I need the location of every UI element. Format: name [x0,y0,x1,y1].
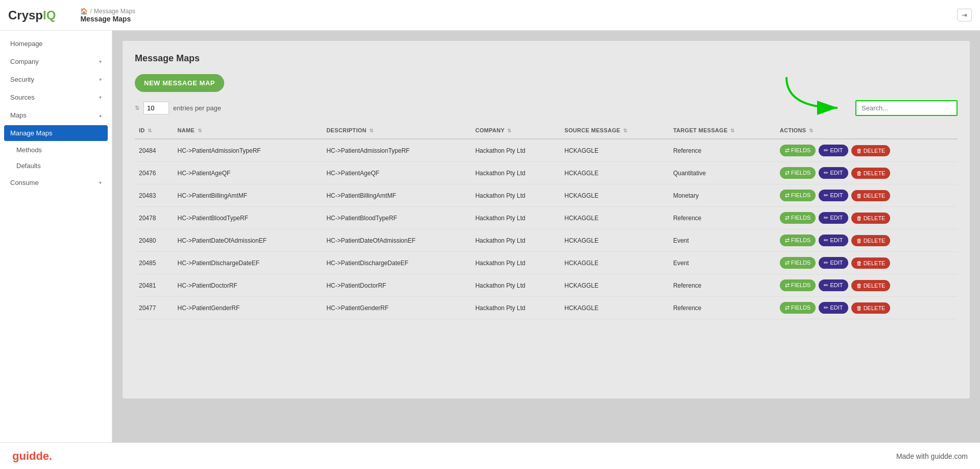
sidebar-sub-item-label: Manage Maps [10,129,52,137]
edit-button[interactable]: ✏ EDIT [819,212,848,224]
cell-actions: ⇄ FIELDS ✏ EDIT 🗑 DELETE [776,274,958,297]
cell-description: HC->PatientAdmissionTypeRF [322,139,471,162]
sidebar-item-homepage[interactable]: Homepage [0,35,112,53]
sidebar-item-label: Maps [10,111,27,119]
sort-icon[interactable]: ⇅ [198,128,202,133]
sort-icon[interactable]: ⇅ [507,128,511,133]
content-area: Message Maps NEW MESSAGE MAP ⇅ entries p… [112,31,980,442]
edit-button[interactable]: ✏ EDIT [819,190,848,201]
search-input[interactable] [855,100,958,116]
cell-description: HC->PatientDateOfAdmissionEF [322,229,471,252]
fields-button[interactable]: ⇄ FIELDS [780,302,816,314]
sidebar-item-security[interactable]: Security ▾ [0,71,112,88]
cell-description: HC->PatientDischargeDateEF [322,252,471,274]
sidebar-sub-item-label: Methods [16,146,42,154]
cell-company: Hackathon Pty Ltd [471,162,561,184]
delete-button[interactable]: 🗑 DELETE [851,302,891,314]
entries-per-page-input[interactable] [144,102,169,114]
logout-button[interactable]: ⇥ [957,9,972,21]
cell-id: 20485 [135,252,174,274]
cell-source-message: HCKAGGLE [560,162,669,184]
cell-actions: ⇄ FIELDS ✏ EDIT 🗑 DELETE [776,252,958,274]
cell-actions: ⇄ FIELDS ✏ EDIT 🗑 DELETE [776,162,958,184]
cell-source-message: HCKAGGLE [560,252,669,274]
cell-id: 20478 [135,207,174,229]
cell-target-message: Monetary [669,184,776,207]
sort-icon[interactable]: ⇅ [809,128,813,133]
breadcrumb-parent: Message Maps [94,8,135,15]
cell-name: HC->PatientDateOfAdmissionEF [174,229,323,252]
sidebar: Homepage Company ▾ Security ▾ Sources ▾ … [0,31,112,442]
cell-source-message: HCKAGGLE [560,207,669,229]
cell-target-message: Reference [669,139,776,162]
sidebar-item-sources[interactable]: Sources ▾ [0,88,112,106]
sidebar-item-label: Sources [10,93,35,101]
sort-icon[interactable]: ⇅ [730,128,734,133]
cell-target-message: Reference [669,274,776,297]
cell-id: 20484 [135,139,174,162]
sidebar-item-maps[interactable]: Maps ▴ [0,106,112,124]
table-row: 20484 HC->PatientAdmissionTypeRF HC->Pat… [135,139,958,162]
delete-button[interactable]: 🗑 DELETE [851,257,891,269]
fields-button[interactable]: ⇄ FIELDS [780,145,816,156]
sort-icon[interactable]: ⇅ [369,128,373,133]
delete-button[interactable]: 🗑 DELETE [851,190,891,201]
sidebar-sub-item-defaults[interactable]: Defaults [0,158,112,174]
cell-source-message: HCKAGGLE [560,139,669,162]
cell-actions: ⇄ FIELDS ✏ EDIT 🗑 DELETE [776,297,958,319]
cell-name: HC->PatientBloodTypeRF [174,207,323,229]
table-row: 20476 HC->PatientAgeQF HC->PatientAgeQF … [135,162,958,184]
table-row: 20485 HC->PatientDischargeDateEF HC->Pat… [135,252,958,274]
cell-id: 20481 [135,274,174,297]
cell-actions: ⇄ FIELDS ✏ EDIT 🗑 DELETE [776,139,958,162]
sidebar-sub-item-manage-maps[interactable]: Manage Maps [4,125,108,141]
fields-button[interactable]: ⇄ FIELDS [780,190,816,201]
cell-description: HC->PatientGenderRF [322,297,471,319]
logo-text: CryspIQ [8,8,56,22]
entries-label: entries per page [173,104,221,112]
chevron-down-icon: ▾ [99,77,102,82]
cell-id: 20480 [135,229,174,252]
sidebar-sub-item-methods[interactable]: Methods [0,142,112,158]
sort-icon[interactable]: ⇅ [148,128,152,133]
col-header-name: NAME ⇅ [174,122,323,139]
new-message-map-button[interactable]: NEW MESSAGE MAP [135,74,224,92]
delete-button[interactable]: 🗑 DELETE [851,145,891,156]
edit-button[interactable]: ✏ EDIT [819,235,848,246]
cell-name: HC->PatientAdmissionTypeRF [174,139,323,162]
cell-description: HC->PatientDoctorRF [322,274,471,297]
fields-button[interactable]: ⇄ FIELDS [780,235,816,246]
delete-button[interactable]: 🗑 DELETE [851,213,891,224]
home-icon: 🏠 [80,8,88,15]
col-header-actions: ACTIONS ⇅ [776,122,958,139]
cell-target-message: Event [669,229,776,252]
sidebar-item-company[interactable]: Company ▾ [0,53,112,71]
delete-button[interactable]: 🗑 DELETE [851,168,891,179]
fields-button[interactable]: ⇄ FIELDS [780,212,816,224]
fields-button[interactable]: ⇄ FIELDS [780,257,816,269]
sort-icon[interactable]: ⇅ [623,128,627,133]
footer-logo: guidde. [12,450,52,463]
col-header-company: COMPANY ⇅ [471,122,561,139]
delete-button[interactable]: 🗑 DELETE [851,280,891,291]
chevron-down-icon: ▾ [99,95,102,100]
table-row: 20483 HC->PatientBillingAmtMF HC->Patien… [135,184,958,207]
breadcrumb: 🏠 / Message Maps Message Maps [80,8,135,23]
edit-button[interactable]: ✏ EDIT [819,302,848,314]
breadcrumb-current: Message Maps [80,15,135,23]
sidebar-item-label: Security [10,76,34,83]
fields-button[interactable]: ⇄ FIELDS [780,167,816,179]
cell-company: Hackathon Pty Ltd [471,207,561,229]
fields-button[interactable]: ⇄ FIELDS [780,279,816,291]
cell-name: HC->PatientDoctorRF [174,274,323,297]
edit-button[interactable]: ✏ EDIT [819,167,848,179]
footer: guidde. Made with guidde.com [0,442,980,469]
edit-button[interactable]: ✏ EDIT [819,145,848,156]
sidebar-item-consume[interactable]: Consume ▾ [0,174,112,192]
delete-button[interactable]: 🗑 DELETE [851,235,891,246]
cell-source-message: HCKAGGLE [560,229,669,252]
cell-description: HC->PatientBillingAmtMF [322,184,471,207]
edit-button[interactable]: ✏ EDIT [819,279,848,291]
edit-button[interactable]: ✏ EDIT [819,257,848,269]
col-header-source-message: SOURCE MESSAGE ⇅ [560,122,669,139]
